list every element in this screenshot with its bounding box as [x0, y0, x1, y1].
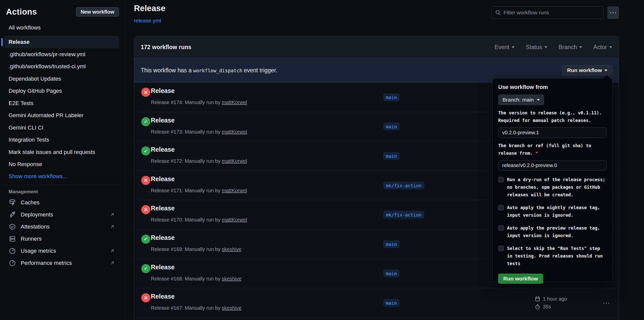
sidebar-item-caches[interactable]: Caches	[6, 197, 119, 209]
sidebar-item-usage-metrics[interactable]: Usage metrics	[6, 245, 119, 257]
external-link-icon	[109, 248, 115, 254]
dry-run-label: Run a dry-run of the release process; no…	[507, 176, 607, 199]
sidebar-item-dependabot-updates[interactable]: Dependabot Updates	[6, 73, 119, 85]
ref-input[interactable]	[498, 160, 607, 171]
sidebar-item-mark-stale-issues-and-pull-requests[interactable]: Mark stale issues and pull requests	[6, 146, 119, 158]
sidebar-item-attestations[interactable]: Attestations	[6, 221, 119, 233]
sidebar-item-runners[interactable]: Runners	[6, 233, 119, 245]
show-more-workflows-link[interactable]: Show more workflows...	[6, 171, 119, 182]
filter-actor-dropdown[interactable]: Actor	[593, 44, 612, 51]
nightly-tag-label: Auto apply the nightly release tag, inpu…	[507, 204, 607, 219]
chevron-down-icon	[512, 46, 515, 48]
actor-link[interactable]: mattKorwel	[222, 100, 247, 105]
actions-title: Actions	[6, 7, 37, 17]
check-circle-icon	[141, 264, 150, 273]
run-title-link[interactable]: Release	[151, 293, 175, 300]
branch-badge[interactable]: main	[383, 299, 400, 307]
branch-badge[interactable]: main	[383, 240, 400, 248]
sidebar-item-e2e-tests[interactable]: E2E Tests	[6, 97, 119, 110]
run-workflow-panel: Use workflow from Branch: main The versi…	[492, 78, 612, 282]
filter-event-dropdown[interactable]: Event	[494, 44, 515, 51]
meter-icon	[9, 247, 16, 255]
run-kebab-menu-button[interactable]: ⋯	[603, 299, 610, 307]
sidebar-item-gemini-automated-pr-labeler[interactable]: Gemini Automated PR Labeler	[6, 109, 119, 122]
workflow-list: Release.github/workflows/pr-review.yml.g…	[6, 36, 119, 171]
run-workflow-submit-button[interactable]: Run workflow	[498, 274, 543, 284]
sidebar-item-github-workflows-pr-review-yml[interactable]: .github/workflows/pr-review.yml	[6, 48, 119, 61]
branch-badge[interactable]: main	[383, 152, 400, 160]
actor-link[interactable]: mattKorwel	[222, 158, 247, 164]
panel-title: Use workflow from	[498, 84, 607, 90]
page-kebab-menu-button[interactable]: ⋯	[607, 6, 619, 19]
sidebar-item-deploy-github-pages[interactable]: Deploy GitHub Pages	[6, 85, 119, 97]
release-yml-link[interactable]: release.yml	[134, 18, 161, 24]
workflow-dispatch-code: workflow_dispatch	[192, 68, 244, 73]
run-workflow-dropdown-button[interactable]: Run workflow	[562, 65, 612, 75]
sidebar-item-gemini-cli-ci[interactable]: Gemini CLI CI	[6, 122, 119, 134]
sidebar-divider	[2, 185, 121, 185]
run-description: Release #171: Manually run by mattKorwel	[151, 188, 247, 194]
x-circle-icon	[141, 205, 150, 214]
chevron-down-icon	[537, 99, 540, 101]
management-section-label: Management	[9, 189, 117, 195]
filter-branch-dropdown[interactable]: Branch	[558, 44, 582, 51]
run-title-link[interactable]: Release	[151, 264, 175, 271]
run-title-link[interactable]: Release	[151, 87, 175, 94]
actor-link[interactable]: skeshive	[222, 246, 241, 252]
page-title: Release	[134, 4, 165, 13]
new-workflow-button[interactable]: New workflow	[76, 7, 119, 17]
chevron-down-icon	[544, 46, 547, 48]
sidebar-item-release[interactable]: Release	[5, 36, 119, 48]
filter-status-dropdown[interactable]: Status	[526, 44, 547, 51]
external-link-icon	[109, 212, 115, 217]
actor-link[interactable]: skeshive	[222, 305, 241, 311]
run-title-link[interactable]: Release	[151, 175, 175, 183]
x-circle-icon	[141, 293, 150, 302]
actor-link[interactable]: mattKorwel	[222, 129, 247, 135]
sidebar-item-integration-tests[interactable]: Integration Tests	[6, 134, 119, 146]
branch-badge[interactable]: main	[383, 123, 400, 131]
branch-badge[interactable]: main	[383, 270, 400, 277]
run-description: Release #172: Manually run by mattKorwel	[151, 158, 247, 164]
run-title-link[interactable]: Release	[151, 117, 175, 124]
actor-link[interactable]: mattKorwel	[222, 188, 247, 193]
cache-icon	[9, 199, 16, 206]
stopwatch-icon	[535, 304, 541, 310]
actions-sidebar: Actions New workflow All workflows Relea…	[0, 0, 125, 320]
run-description: Release #167: Manually run by skeshive	[151, 305, 241, 311]
preview-tag-checkbox[interactable]	[498, 225, 504, 231]
filter-workflow-runs-input[interactable]	[503, 10, 600, 16]
run-title-link[interactable]: Release	[151, 205, 175, 212]
actor-link[interactable]: mattKorwel	[222, 217, 247, 222]
chevron-down-icon	[609, 46, 612, 48]
preview-tag-label: Auto apply the preview release tag, inpu…	[507, 224, 607, 239]
sidebar-item-all-workflows[interactable]: All workflows	[6, 22, 119, 34]
dry-run-checkbox[interactable]	[498, 177, 504, 182]
ref-field-label: The branch or ref (full git sha) to rele…	[498, 142, 607, 157]
actor-link[interactable]: skeshive	[222, 276, 241, 281]
branch-badge[interactable]: main	[383, 93, 400, 101]
branch-selector-button[interactable]: Branch: main	[498, 94, 544, 105]
sidebar-item-github-workflows-trusted-ci-yml[interactable]: .github/workflows/trusted-ci.yml	[6, 60, 119, 73]
branch-badge[interactable]: mk/fix-action	[383, 181, 424, 189]
x-circle-icon	[141, 176, 150, 185]
meter-icon	[9, 259, 16, 267]
required-asterisk: *	[536, 151, 538, 156]
check-circle-icon	[141, 235, 150, 244]
nightly-tag-checkbox[interactable]	[498, 205, 504, 210]
external-link-icon	[109, 224, 115, 230]
branch-badge[interactable]: mk/fix-action	[383, 211, 424, 219]
run-title-link[interactable]: Release	[151, 234, 175, 241]
version-field-label: The version to release (e.g., v0.1.11). …	[498, 109, 607, 124]
preview-tag-checkbox-row: Auto apply the preview release tag, inpu…	[498, 224, 607, 239]
run-description: Release #169: Manually run by skeshive	[151, 246, 241, 252]
chevron-down-icon	[579, 46, 582, 48]
management-list: CachesDeploymentsAttestationsRunnersUsag…	[6, 197, 119, 269]
version-input[interactable]	[498, 127, 607, 138]
sidebar-item-deployments[interactable]: Deployments	[6, 209, 119, 221]
x-circle-icon	[141, 88, 150, 97]
run-title-link[interactable]: Release	[151, 146, 175, 153]
sidebar-item-performance-metrics[interactable]: Performance metrics	[6, 257, 119, 269]
sidebar-item-no-response[interactable]: No Response	[6, 158, 119, 171]
skip-tests-checkbox[interactable]	[498, 246, 504, 251]
